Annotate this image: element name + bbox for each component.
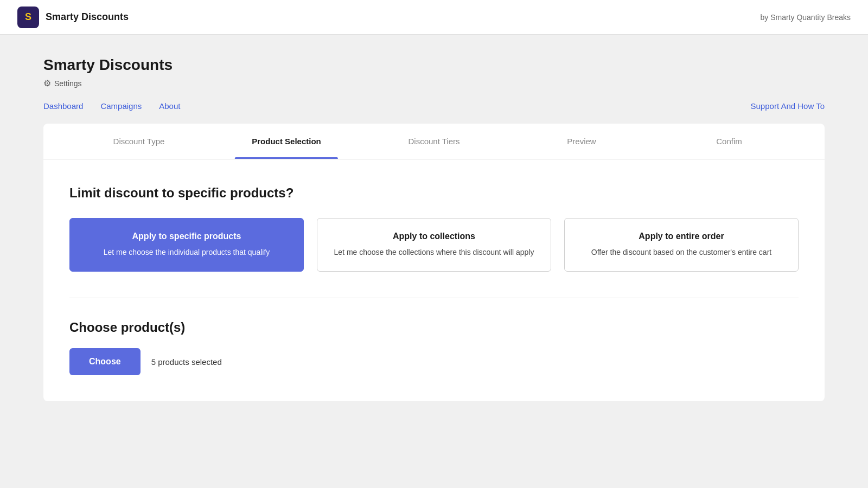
selection-cards: Apply to specific products Let me choose… — [69, 218, 799, 272]
choose-button[interactable]: Choose — [69, 348, 141, 375]
settings-link[interactable]: ⚙ Settings — [43, 78, 825, 88]
tab-product-selection[interactable]: Product Selection — [213, 124, 360, 159]
card-specific-products-title: Apply to specific products — [83, 232, 290, 241]
app-logo-icon: S — [17, 7, 39, 28]
wizard-tabs: Discount Type Product Selection Discount… — [43, 124, 825, 159]
card-specific-products[interactable]: Apply to specific products Let me choose… — [69, 218, 304, 272]
card-collections[interactable]: Apply to collections Let me choose the c… — [317, 218, 551, 272]
nav-dashboard[interactable]: Dashboard — [43, 101, 83, 111]
gear-icon: ⚙ — [43, 78, 51, 88]
header-left: S Smarty Discounts — [17, 7, 129, 28]
nav-bar: Dashboard Campaigns About Support And Ho… — [43, 101, 825, 111]
main-container: Smarty Discounts ⚙ Settings Dashboard Ca… — [0, 35, 868, 423]
tab-discount-type[interactable]: Discount Type — [65, 124, 213, 159]
card-entire-order-title: Apply to entire order — [578, 232, 785, 241]
card-collections-desc: Let me choose the collections where this… — [330, 247, 538, 258]
main-card: Discount Type Product Selection Discount… — [43, 124, 825, 401]
card-body: Limit discount to specific products? App… — [43, 159, 825, 401]
nav-campaigns[interactable]: Campaigns — [100, 101, 142, 111]
page-title: Smarty Discounts — [43, 56, 825, 74]
tab-discount-tiers[interactable]: Discount Tiers — [360, 124, 508, 159]
tab-confim[interactable]: Confim — [655, 124, 803, 159]
nav-links: Dashboard Campaigns About — [43, 101, 180, 111]
header-byline: by Smarty Quantity Breaks — [760, 13, 851, 22]
app-header: S Smarty Discounts by Smarty Quantity Br… — [0, 0, 868, 35]
card-collections-title: Apply to collections — [330, 232, 538, 241]
card-entire-order-desc: Offer the discount based on the customer… — [578, 247, 785, 258]
card-entire-order[interactable]: Apply to entire order Offer the discount… — [564, 218, 799, 272]
tab-preview[interactable]: Preview — [508, 124, 655, 159]
products-selected-text: 5 products selected — [151, 357, 222, 367]
choose-row: Choose 5 products selected — [69, 348, 799, 375]
app-name: Smarty Discounts — [46, 11, 129, 23]
settings-label: Settings — [54, 79, 82, 88]
nav-support[interactable]: Support And How To — [751, 101, 825, 111]
card-specific-products-desc: Let me choose the individual products th… — [83, 247, 290, 258]
section-divider — [69, 298, 799, 298]
nav-about[interactable]: About — [159, 101, 180, 111]
section2-title: Choose product(s) — [69, 320, 799, 335]
section1-title: Limit discount to specific products? — [69, 185, 799, 201]
